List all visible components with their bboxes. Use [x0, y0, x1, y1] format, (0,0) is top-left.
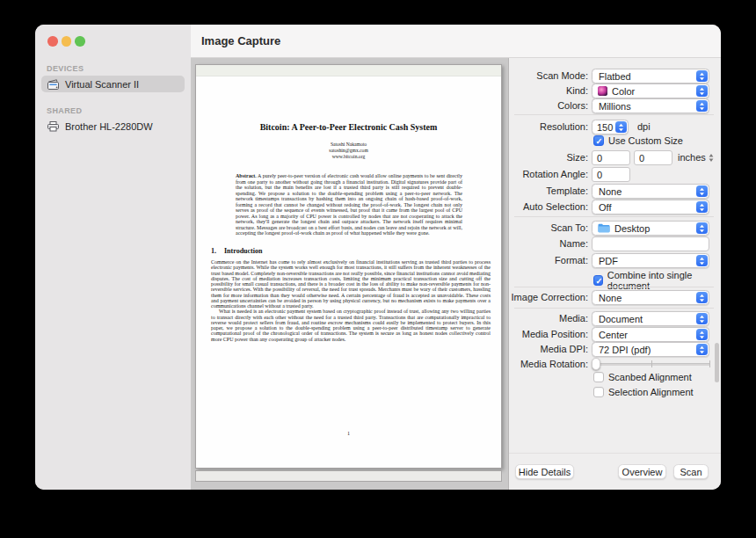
sidebar: DEVICES Virtual Scanner II SHARED Brothe…	[35, 58, 191, 490]
scanbed-alignment-checkbox[interactable]	[593, 372, 604, 382]
folder-icon	[598, 223, 610, 233]
rotation-angle-field[interactable]	[592, 167, 630, 182]
sidebar-item-virtual-scanner[interactable]: Virtual Scanner II	[41, 76, 185, 92]
auto-selection-popup[interactable]: Off	[592, 200, 709, 214]
scan-to-label: Scan To:	[509, 221, 588, 236]
color-kind-icon	[598, 86, 607, 96]
size-unit[interactable]: inches	[678, 150, 714, 166]
document-email: satoshin@gmx.com	[196, 148, 501, 154]
resolution-unit: dpi	[637, 120, 651, 134]
selection-alignment-label: Selection Alignment	[608, 387, 694, 397]
media-dpi-popup[interactable]: 72 DPI (pdf)	[592, 342, 709, 357]
resolution-label: Resolution:	[509, 120, 588, 134]
shared-section-label: SHARED	[47, 106, 191, 115]
sidebar-item-label: Virtual Scanner II	[65, 79, 139, 90]
format-label: Format:	[509, 253, 588, 268]
combine-row: Combine into single document	[593, 270, 721, 291]
name-field[interactable]	[592, 236, 709, 251]
close-button[interactable]	[47, 36, 58, 47]
image-correction-label: Image Correction:	[509, 290, 588, 305]
devices-section-label: DEVICES	[47, 64, 191, 73]
scanner-bed-edge	[196, 65, 501, 76]
use-custom-size-label: Use Custom Size	[608, 135, 683, 146]
chevron-updown-icon	[696, 222, 708, 234]
window-title: Image Capture	[201, 34, 280, 47]
panel-scrollbar[interactable]	[715, 343, 719, 382]
chevron-updown-icon	[696, 344, 708, 355]
selection-alignment-checkbox[interactable]	[593, 387, 604, 397]
document-authors: Satoshi Nakamoto satoshin@gmx.com www.bi…	[196, 142, 501, 160]
document-author: Satoshi Nakamoto	[196, 142, 501, 148]
divider	[514, 308, 714, 309]
divider	[509, 453, 721, 454]
scan-preview-pane: Bitcoin: A Peer-to-Peer Electronic Cash …	[191, 58, 508, 490]
media-position-label: Media Position:	[509, 327, 588, 342]
chevron-updown-icon	[696, 255, 708, 266]
preview-horizontal-scrollbar[interactable]	[195, 470, 502, 482]
selection-alignment-row: Selection Alignment	[593, 387, 694, 397]
chevron-updown-icon	[696, 185, 708, 197]
document-abstract: Abstract. A purely peer-to-peer version …	[236, 173, 462, 236]
kind-popup[interactable]: Color	[592, 84, 709, 98]
chevron-updown-icon	[696, 201, 708, 213]
scan-button[interactable]: Scan	[673, 464, 709, 479]
chevron-updown-icon	[696, 85, 708, 97]
titlebar-sidebar-area	[35, 25, 191, 58]
image-correction-popup[interactable]: None	[592, 290, 709, 305]
divider	[514, 287, 714, 287]
chevron-updown-icon	[696, 70, 708, 82]
use-custom-size-row: Use Custom Size	[593, 135, 683, 146]
titlebar: Image Capture	[191, 25, 721, 58]
image-capture-window: Image Capture DEVICES Virtual Scanner II…	[35, 25, 721, 490]
scanner-icon	[47, 79, 60, 90]
chevron-updown-icon	[696, 100, 708, 112]
document-section-heading: 1.Introduction	[211, 247, 501, 255]
use-custom-size-checkbox[interactable]	[593, 135, 604, 146]
combine-checkbox[interactable]	[593, 275, 603, 286]
size-height-field[interactable]	[634, 150, 672, 165]
scanbed-alignment-label: Scanbed Alignment	[608, 372, 692, 382]
name-label: Name:	[509, 236, 588, 251]
combine-label: Combine into single document	[607, 270, 721, 291]
media-label: Media:	[509, 311, 588, 326]
auto-selection-label: Auto Selection:	[509, 200, 588, 214]
divider	[514, 114, 714, 115]
hide-details-button[interactable]: Hide Details	[515, 464, 574, 479]
media-dpi-label: Media DPI:	[509, 342, 588, 357]
slider-tick	[709, 360, 710, 367]
traffic-lights	[47, 36, 85, 47]
slider-knob[interactable]	[592, 358, 600, 370]
size-label: Size:	[509, 150, 588, 165]
slider-tick	[651, 360, 652, 367]
scan-preview-page[interactable]: Bitcoin: A Peer-to-Peer Electronic Cash …	[195, 64, 502, 469]
minimize-button[interactable]	[62, 36, 72, 47]
document-title: Bitcoin: A Peer-to-Peer Electronic Cash …	[196, 122, 501, 132]
colors-popup[interactable]: Millions	[592, 98, 709, 113]
media-position-popup[interactable]: Center	[592, 327, 709, 342]
scan-mode-label: Scan Mode:	[509, 69, 588, 84]
colors-label: Colors:	[509, 98, 588, 113]
overview-button[interactable]: Overview	[618, 464, 666, 479]
printer-icon	[47, 121, 60, 132]
divider	[514, 216, 714, 217]
chevron-updown-icon	[696, 313, 708, 324]
media-popup[interactable]: Document	[592, 311, 709, 326]
zoom-button[interactable]	[75, 36, 85, 47]
scan-to-popup[interactable]: Desktop	[592, 221, 709, 236]
chevron-updown-icon	[615, 121, 627, 133]
scan-mode-popup[interactable]: Flatbed	[592, 69, 709, 84]
sidebar-item-brother-printer[interactable]: Brother HL-2280DW	[41, 118, 185, 134]
settings-panel: Scan Mode: Flatbed Kind: Color Colors: M…	[508, 58, 721, 490]
document-paragraph: What is needed is an electronic payment …	[211, 309, 491, 342]
template-popup[interactable]: None	[592, 184, 709, 199]
format-popup[interactable]: PDF	[592, 253, 709, 268]
rotation-angle-label: Rotation Angle:	[509, 167, 588, 182]
document-page-number: 1	[196, 431, 501, 436]
scanbed-alignment-row: Scanbed Alignment	[593, 372, 692, 382]
media-rotation-slider[interactable]	[592, 357, 710, 371]
document-website: www.bitcoin.org	[196, 154, 501, 160]
resolution-popup[interactable]: 150	[592, 120, 629, 134]
size-width-field[interactable]	[592, 150, 630, 165]
chevron-updown-small-icon	[709, 151, 714, 166]
template-label: Template:	[509, 184, 588, 199]
